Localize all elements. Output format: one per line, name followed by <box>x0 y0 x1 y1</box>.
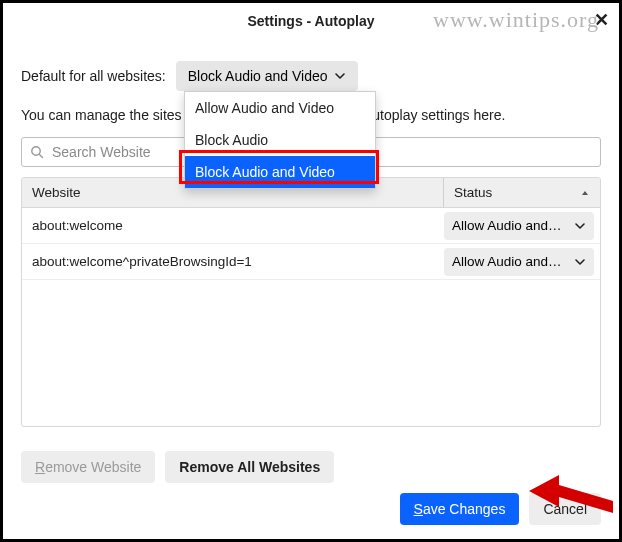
table-row[interactable]: about:welcome^privateBrowsingId=1 Allow … <box>22 244 600 280</box>
chevron-down-icon <box>574 220 586 232</box>
autoplay-dropdown-menu[interactable]: Allow Audio and Video Block Audio Block … <box>184 91 376 189</box>
row-status-dropdown[interactable]: Allow Audio and… <box>444 212 594 240</box>
cell-website: about:welcome <box>32 218 444 233</box>
dialog-title: Settings - Autoplay <box>247 13 374 29</box>
save-button[interactable]: Save Changes <box>400 493 520 525</box>
row-status-dropdown[interactable]: Allow Audio and… <box>444 248 594 276</box>
dropdown-selected-text: Block Audio and Video <box>188 68 328 84</box>
chevron-down-icon <box>574 256 586 268</box>
col-status[interactable]: Status <box>444 178 600 207</box>
sort-asc-icon <box>580 188 590 198</box>
default-autoplay-dropdown[interactable]: Block Audio and Video <box>176 61 358 91</box>
titlebar: Settings - Autoplay ✕ <box>3 3 619 39</box>
remove-all-button[interactable]: Remove All Websites <box>165 451 334 483</box>
search-icon <box>30 145 44 159</box>
table-row[interactable]: about:welcome Allow Audio and… <box>22 208 600 244</box>
dropdown-option-block-audio[interactable]: Block Audio <box>185 124 375 156</box>
remove-website-button[interactable]: Remove Website <box>21 451 155 483</box>
default-label: Default for all websites: <box>21 68 166 84</box>
close-icon[interactable]: ✕ <box>594 9 609 31</box>
cancel-button[interactable]: Cancel <box>529 493 601 525</box>
websites-table: Website Status about:welcome Allow Audio… <box>21 177 601 427</box>
svg-line-1 <box>39 154 42 157</box>
chevron-down-icon <box>334 70 346 82</box>
dropdown-option-allow[interactable]: Allow Audio and Video <box>185 92 375 124</box>
cell-website: about:welcome^privateBrowsingId=1 <box>32 254 444 269</box>
dropdown-option-block-av[interactable]: Block Audio and Video <box>185 156 375 188</box>
